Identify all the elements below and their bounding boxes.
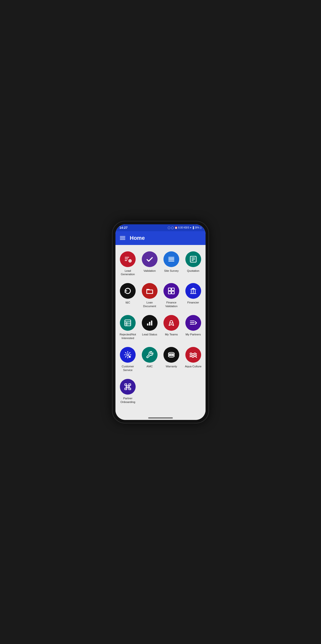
app-grid: LeadGenerationValidationSite SurveyQuota… [117, 249, 204, 406]
app-icon-my-teams [164, 315, 179, 331]
app-item-validation[interactable]: Validation [139, 249, 160, 279]
status-time: 14:27 [119, 226, 127, 230]
app-item-finance-validation[interactable]: FinanceValidation [161, 280, 182, 310]
svg-rect-23 [190, 294, 196, 294]
svg-rect-14 [147, 290, 153, 294]
app-label-rejected-not-interested: Rejected/NotInterested [120, 333, 136, 340]
app-item-loan-document[interactable]: LoanDocument [139, 280, 160, 310]
svg-rect-7 [168, 258, 174, 259]
app-item-warranty[interactable]: Warranty [161, 344, 182, 374]
svg-rect-43 [129, 384, 131, 386]
svg-rect-24 [125, 320, 131, 326]
svg-rect-22 [195, 290, 196, 293]
app-label-loan-document: LoanDocument [143, 301, 156, 308]
app-label-site-survey: Site Survey [164, 269, 179, 273]
svg-rect-30 [151, 321, 152, 326]
app-item-my-partners[interactable]: My Partners [183, 312, 204, 342]
battery-icon: ▯ [200, 226, 202, 229]
network-icon: 8.00 KB/S [178, 226, 189, 229]
app-label-warranty: Warranty [166, 365, 177, 368]
app-label-customer-service: CustomerService [122, 365, 134, 372]
app-item-rejected-not-interested[interactable]: Rejected/NotInterested [117, 312, 138, 342]
app-item-quotation[interactable]: Quotation [183, 249, 204, 279]
alarm-icon: ⏰ [175, 226, 178, 229]
app-label-lead-generation: LeadGeneration [121, 269, 135, 276]
svg-rect-44 [125, 388, 127, 390]
app-icon-amc [142, 347, 157, 363]
app-item-financier[interactable]: Financier [183, 280, 204, 310]
app-label-amc: AMC [146, 365, 153, 368]
bluetooth-icon: ◯ [168, 226, 170, 229]
svg-point-31 [170, 321, 173, 323]
app-icon-loan-document [142, 283, 157, 299]
headset-icon: ◯ [171, 226, 174, 229]
app-icon-partner-onboarding [120, 379, 136, 394]
app-icon-aqua-culture [185, 347, 201, 363]
battery-text: 28% [195, 226, 199, 229]
svg-rect-2 [125, 260, 127, 261]
app-item-aqua-culture[interactable]: Aqua Culture [183, 344, 204, 374]
svg-rect-15 [168, 288, 171, 291]
content-area: LeadGenerationValidationSite SurveyQuota… [115, 245, 206, 416]
app-icon-lead-status [142, 315, 157, 331]
app-icon-customer-service [120, 347, 136, 363]
app-icon-site-survey [164, 251, 179, 267]
svg-rect-21 [193, 290, 194, 293]
app-icon-financier [185, 283, 201, 299]
svg-rect-18 [172, 292, 175, 294]
app-label-my-teams: My Teams [165, 333, 178, 336]
app-label-ic: I&C [125, 301, 130, 304]
svg-point-35 [127, 354, 129, 356]
svg-rect-45 [129, 388, 131, 390]
app-item-partner-onboarding[interactable]: PartnerOnboarding [117, 376, 138, 406]
page-title: Home [130, 235, 145, 241]
svg-rect-6 [168, 257, 174, 258]
app-item-lead-generation[interactable]: LeadGeneration [117, 249, 138, 279]
app-label-finance-validation: FinanceValidation [165, 301, 178, 308]
app-bar: Home [115, 231, 206, 245]
wifi-icon: ▾ [190, 226, 191, 229]
app-icon-warranty [164, 347, 179, 363]
app-icon-validation [142, 251, 157, 267]
phone-screen: 14:27 ◯ ◯ ⏰ 8.00 KB/S ▾ ▐ 28% ▯ Home Lea… [115, 224, 206, 420]
app-icon-rejected-not-interested [120, 315, 136, 331]
svg-rect-32 [190, 321, 195, 322]
svg-rect-20 [191, 290, 192, 293]
app-label-quotation: Quotation [187, 269, 199, 273]
svg-rect-33 [190, 322, 195, 323]
status-icons: ◯ ◯ ⏰ 8.00 KB/S ▾ ▐ 28% ▯ [168, 226, 202, 229]
svg-rect-1 [125, 258, 128, 259]
menu-button[interactable] [120, 236, 125, 240]
app-icon-lead-generation [120, 251, 136, 267]
app-label-partner-onboarding: PartnerOnboarding [120, 396, 135, 404]
svg-rect-29 [149, 322, 150, 326]
status-bar: 14:27 ◯ ◯ ⏰ 8.00 KB/S ▾ ▐ 28% ▯ [115, 224, 206, 231]
home-indicator [148, 418, 173, 418]
app-item-lead-status[interactable]: Lead Status [139, 312, 160, 342]
app-item-ic[interactable]: I&C [117, 280, 138, 310]
app-label-aqua-culture: Aqua Culture [185, 365, 201, 368]
app-item-amc[interactable]: AMC [139, 344, 160, 374]
app-label-financier: Financier [187, 301, 199, 304]
svg-rect-34 [190, 324, 195, 324]
app-icon-ic [120, 283, 136, 299]
app-item-customer-service[interactable]: CustomerService [117, 344, 138, 374]
svg-rect-16 [172, 288, 175, 291]
svg-rect-28 [147, 324, 148, 326]
svg-rect-17 [168, 292, 171, 294]
app-item-my-teams[interactable]: My Teams [161, 312, 182, 342]
svg-rect-9 [168, 261, 174, 262]
app-icon-quotation [185, 251, 201, 267]
app-label-lead-status: Lead Status [142, 333, 157, 336]
phone-frame: 14:27 ◯ ◯ ⏰ 8.00 KB/S ▾ ▐ 28% ▯ Home Lea… [112, 222, 209, 423]
app-item-site-survey[interactable]: Site Survey [161, 249, 182, 279]
svg-rect-8 [168, 260, 174, 260]
svg-marker-19 [190, 288, 197, 290]
app-label-validation: Validation [143, 269, 156, 273]
app-label-my-partners: My Partners [186, 333, 201, 336]
app-icon-my-partners [185, 315, 201, 331]
svg-rect-42 [125, 384, 127, 386]
signal-icon: ▐ [192, 226, 194, 229]
app-icon-finance-validation [164, 283, 179, 299]
home-bar [115, 416, 206, 420]
